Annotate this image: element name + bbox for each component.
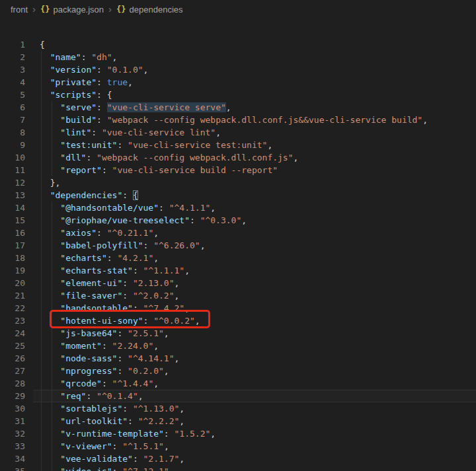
code-line-16[interactable]: 16 "axios": "^0.21.1",	[0, 227, 476, 239]
indent-guide	[41, 327, 42, 340]
chevron-right-icon: ›	[108, 4, 112, 14]
code-line-34[interactable]: 34 "vee-validate": "2.1.7",	[0, 453, 476, 465]
line-number: 14	[0, 201, 25, 214]
indent-guide	[52, 402, 52, 415]
breadcrumb-item-package.json[interactable]: {}package.json	[40, 5, 104, 15]
code-line-35[interactable]: 35 "video.js": "^7.12.1"	[0, 465, 476, 471]
code-line-23[interactable]: 23 "hotent-ui-sony": "^0.0.2",	[0, 314, 476, 327]
breadcrumb-item-dependencies[interactable]: {}dependencies	[116, 5, 182, 15]
code-line-9[interactable]: 9 "test:unit": "vue-cli-service test:uni…	[0, 139, 476, 151]
indent-guide	[41, 114, 42, 126]
code-line-31[interactable]: 31 "url-toolkit": "^2.2.2",	[0, 415, 476, 427]
code-line-30[interactable]: 30 "sortablejs": "^1.13.0",	[0, 402, 476, 415]
indent-guide	[52, 390, 52, 402]
line-content: "sortablejs": "^1.13.0",	[25, 402, 476, 415]
line-number: 2	[0, 51, 25, 63]
line-number: 8	[0, 126, 25, 139]
code-line-12[interactable]: 12 },	[0, 176, 476, 189]
indent-guide	[41, 314, 42, 327]
line-content: "handsontable": "^7.4.2",	[25, 302, 476, 314]
indent-guide	[41, 427, 42, 440]
line-number: 33	[0, 440, 25, 453]
line-content: "v-runtime-template": "1.5.2",	[25, 427, 476, 440]
line-content: "report": "vue-cli-service build --repor…	[25, 164, 476, 176]
code-line-11[interactable]: 11 "report": "vue-cli-service build --re…	[0, 164, 476, 176]
indent-guide	[41, 63, 42, 76]
code-line-19[interactable]: 19 "echarts-stat": "^1.1.1",	[0, 264, 476, 277]
line-number: 6	[0, 101, 25, 114]
line-content: "echarts": "4.2.1",	[25, 252, 476, 264]
code-line-13[interactable]: 13 "dependencies": {	[0, 189, 476, 201]
code-line-6[interactable]: 6 "serve": "vue-cli-service serve",	[0, 101, 476, 114]
line-number: 28	[0, 377, 25, 390]
breadcrumb-label: package.json	[53, 5, 104, 15]
indent-guide	[41, 126, 42, 139]
line-number: 23	[0, 314, 25, 327]
breadcrumb-item-front[interactable]: front	[11, 5, 28, 15]
code-line-3[interactable]: 3 "version": "0.1.0",	[0, 63, 476, 76]
indent-guide	[52, 340, 52, 352]
indent-guide	[52, 289, 52, 302]
code-line-21[interactable]: 21 "file-saver": "^2.0.2",	[0, 289, 476, 302]
code-line-29[interactable]: 29 "req": "^0.1.4",	[0, 390, 476, 402]
object-symbol-icon: {}	[40, 5, 50, 14]
code-line-22[interactable]: 22 "handsontable": "^7.4.2",	[0, 302, 476, 314]
indent-guide	[52, 126, 52, 139]
code-line-32[interactable]: 32 "v-runtime-template": "1.5.2",	[0, 427, 476, 440]
line-content: "scripts": {	[25, 89, 476, 101]
indent-guide	[52, 164, 52, 176]
line-content: "file-saver": "^2.0.2",	[25, 289, 476, 302]
code-line-14[interactable]: 14 "@handsontable/vue": "^4.1.1",	[0, 201, 476, 214]
code-line-28[interactable]: 28 "qrcode": "^1.4.4",	[0, 377, 476, 390]
line-number: 27	[0, 365, 25, 377]
code-line-27[interactable]: 27 "nprogress": "0.2.0",	[0, 365, 476, 377]
code-editor[interactable]: 1{2 "name": "dh",3 "version": "0.1.0",4 …	[0, 38, 476, 471]
indent-guide	[52, 365, 52, 377]
indent-guide	[41, 51, 42, 63]
line-number: 31	[0, 415, 25, 427]
code-line-2[interactable]: 2 "name": "dh",	[0, 51, 476, 63]
indent-guide	[41, 227, 42, 239]
line-content: "req": "^0.1.4",	[25, 390, 476, 402]
indent-guide	[41, 465, 42, 471]
breadcrumb-label: front	[11, 5, 28, 15]
line-content: "video.js": "^7.12.1"	[25, 465, 476, 471]
indent-guide	[52, 227, 52, 239]
indent-guide	[41, 365, 42, 377]
line-number: 19	[0, 264, 25, 277]
line-content: "serve": "vue-cli-service serve",	[25, 101, 476, 114]
code-line-18[interactable]: 18 "echarts": "4.2.1",	[0, 252, 476, 264]
indent-guide	[52, 277, 52, 289]
code-line-20[interactable]: 20 "element-ui": "2.13.0",	[0, 277, 476, 289]
line-number: 21	[0, 289, 25, 302]
breadcrumb: front›{}package.json›{}dependencies	[0, 0, 476, 18]
code-line-24[interactable]: 24 "js-base64": "2.5.1",	[0, 327, 476, 340]
line-content: "dependencies": {	[25, 189, 476, 201]
code-line-7[interactable]: 7 "build": "webpack --config webpack.dll…	[0, 114, 476, 126]
code-line-15[interactable]: 15 "@riophae/vue-treeselect": "^0.3.0",	[0, 214, 476, 227]
indent-guide	[52, 151, 52, 164]
code-line-10[interactable]: 10 "dll": "webpack --config webpack.dll.…	[0, 151, 476, 164]
line-content: "axios": "^0.21.1",	[25, 227, 476, 239]
code-line-4[interactable]: 4 "private": true,	[0, 76, 476, 89]
line-number: 15	[0, 214, 25, 227]
line-content: "url-toolkit": "^2.2.2",	[25, 415, 476, 427]
line-content: "version": "0.1.0",	[25, 63, 476, 76]
indent-guide	[52, 239, 52, 252]
code-lines: 1{2 "name": "dh",3 "version": "0.1.0",4 …	[0, 38, 476, 471]
code-line-1[interactable]: 1{	[0, 38, 476, 51]
indent-guide	[52, 440, 52, 453]
line-number: 17	[0, 239, 25, 252]
indent-guide	[41, 201, 42, 214]
line-content: "hotent-ui-sony": "^0.0.2",	[25, 314, 476, 327]
line-number: 7	[0, 114, 25, 126]
code-line-26[interactable]: 26 "node-sass": "^4.14.1",	[0, 352, 476, 365]
code-line-8[interactable]: 8 "lint": "vue-cli-service lint",	[0, 126, 476, 139]
indent-guide	[41, 302, 42, 314]
code-line-5[interactable]: 5 "scripts": {	[0, 89, 476, 101]
indent-guide	[41, 76, 42, 89]
code-line-25[interactable]: 25 "moment": "2.24.0",	[0, 340, 476, 352]
code-line-33[interactable]: 33 "v-viewer": "^1.5.1",	[0, 440, 476, 453]
indent-guide	[52, 101, 52, 114]
code-line-17[interactable]: 17 "babel-polyfill": "^6.26.0",	[0, 239, 476, 252]
